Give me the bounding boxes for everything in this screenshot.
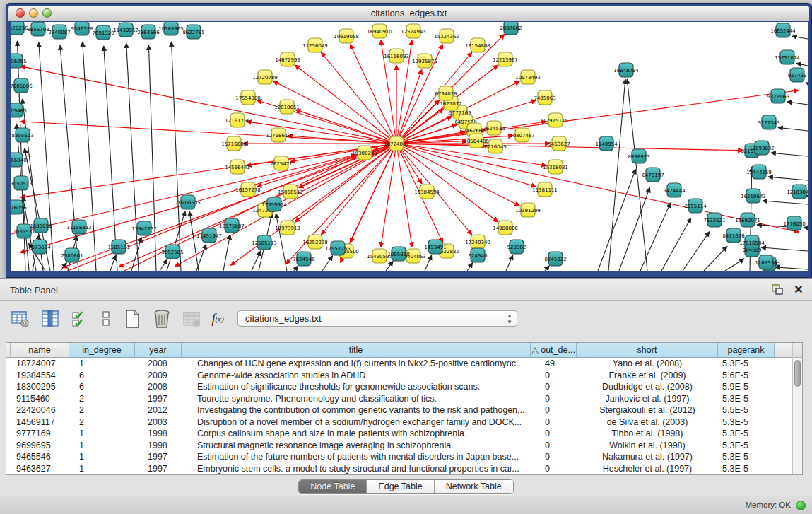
tab-edge-table[interactable]: Edge Table bbox=[367, 480, 434, 493]
graph-node-label: 17359924 bbox=[261, 202, 287, 208]
edge[interactable] bbox=[787, 102, 808, 105]
edge[interactable] bbox=[294, 266, 298, 271]
edge[interactable] bbox=[704, 246, 727, 271]
graph-node-label: 7485063 bbox=[534, 95, 555, 101]
edge[interactable] bbox=[792, 36, 808, 39]
edge[interactable] bbox=[104, 46, 117, 271]
edge[interactable] bbox=[110, 255, 116, 271]
new-table-button[interactable] bbox=[122, 308, 143, 329]
edge[interactable] bbox=[386, 261, 393, 271]
edge[interactable] bbox=[598, 169, 635, 271]
table-row[interactable]: 977716911998Corpus callosum shape and si… bbox=[6, 428, 792, 440]
cell-pagerank: 5.3E-5 bbox=[718, 358, 775, 370]
column-header-name[interactable]: name bbox=[11, 343, 69, 358]
edge[interactable] bbox=[806, 83, 808, 83]
function-builder-button[interactable]: f(x) bbox=[211, 308, 225, 329]
edge[interactable] bbox=[396, 144, 536, 187]
edge[interactable] bbox=[20, 144, 396, 197]
edge[interactable] bbox=[61, 263, 66, 271]
edge[interactable] bbox=[661, 218, 691, 271]
delete-table-button[interactable] bbox=[151, 308, 172, 329]
edge[interactable] bbox=[763, 201, 808, 204]
edge[interactable] bbox=[172, 42, 181, 271]
network-graph[interactable]: 9463627129751157485063109734931221396716… bbox=[11, 22, 808, 271]
graph-node-label: 16940910 bbox=[367, 29, 392, 35]
edge[interactable] bbox=[545, 266, 549, 271]
cell-title: Estimation of significance thresholds fo… bbox=[182, 381, 531, 393]
float-panel-icon[interactable] bbox=[771, 284, 784, 296]
tab-network-table[interactable]: Network Table bbox=[435, 480, 513, 493]
cell-out_de: 0 bbox=[531, 440, 577, 452]
column-header-out_de[interactable]: △ out_de... bbox=[531, 343, 577, 358]
cell-short: Yano et al. (2008) bbox=[577, 358, 718, 370]
column-header-pagerank[interactable]: pagerank bbox=[718, 343, 775, 358]
edge[interactable] bbox=[396, 144, 498, 222]
edge[interactable] bbox=[20, 66, 396, 144]
table-row[interactable]: 969969511998Structural magnetic resonanc… bbox=[6, 440, 792, 452]
window-titlebar[interactable]: citations_edges.txt bbox=[8, 6, 809, 21]
edge[interactable] bbox=[60, 45, 78, 271]
column-header-in_degree[interactable]: in_degree bbox=[69, 343, 135, 358]
graph-node-label: 2106095 bbox=[11, 59, 27, 64]
cell-out_de: 49 bbox=[531, 358, 577, 370]
table-row[interactable]: 911546021997Tourette syndrome. Phenomeno… bbox=[6, 393, 792, 405]
cell-pagerank: 5.6E-5 bbox=[718, 370, 775, 382]
table-selector-dropdown[interactable]: citations_edges.txt ▲▼ bbox=[237, 310, 517, 327]
cell-out_de: 0 bbox=[531, 404, 577, 416]
column-header-year[interactable]: year bbox=[135, 343, 182, 358]
edge[interactable] bbox=[83, 42, 96, 271]
edge[interactable] bbox=[775, 267, 808, 269]
table-row[interactable]: 1938455462009Genome-wide association stu… bbox=[6, 370, 792, 382]
table-row[interactable]: 1830029562008Estimation of significance … bbox=[6, 381, 792, 393]
edge[interactable] bbox=[506, 255, 513, 271]
edge[interactable] bbox=[160, 259, 167, 271]
table-row[interactable]: 946554611997Estimation of the future num… bbox=[6, 451, 792, 463]
table-row[interactable]: 946362711997Embryonic stem cells: a mode… bbox=[6, 463, 792, 475]
edge[interactable] bbox=[467, 263, 473, 271]
edge[interactable] bbox=[196, 244, 206, 271]
tab-node-table[interactable]: Node Table bbox=[299, 480, 367, 493]
edge[interactable] bbox=[778, 127, 808, 131]
fx-label: (x) bbox=[215, 315, 223, 323]
edge[interactable] bbox=[761, 247, 808, 251]
scrollbar-thumb[interactable] bbox=[794, 360, 801, 387]
vertical-scrollbar[interactable] bbox=[792, 343, 802, 474]
edge[interactable] bbox=[619, 187, 649, 271]
graph-node-label: 17016504 bbox=[739, 240, 765, 246]
table-mode-button[interactable] bbox=[10, 308, 31, 329]
cell-title: Embryonic stem cells: a model to study s… bbox=[182, 463, 531, 475]
show-columns-button[interactable] bbox=[40, 308, 61, 329]
graph-node-label: 9852585 bbox=[161, 250, 183, 255]
table-row[interactable]: 1872400712008Changes of HCN gene express… bbox=[6, 358, 792, 370]
table-tabbar: Node TableEdge TableNetwork Table bbox=[0, 478, 812, 496]
edge[interactable] bbox=[640, 203, 671, 271]
graph-node-label: 10973493 bbox=[515, 75, 541, 81]
edge[interactable] bbox=[725, 259, 744, 271]
application-root: citations_edges.txt bbox=[0, 0, 812, 514]
graph-node-label: 1095810 bbox=[387, 252, 409, 257]
table-row[interactable]: 1456911722003Disruption of a novel membe… bbox=[6, 416, 792, 428]
edge[interactable] bbox=[131, 237, 141, 271]
column-header-title[interactable]: title bbox=[182, 343, 531, 358]
select-functions-button[interactable] bbox=[69, 308, 90, 329]
edge[interactable] bbox=[39, 42, 54, 271]
edge[interactable] bbox=[768, 177, 808, 180]
edge[interactable] bbox=[223, 235, 230, 271]
graph-node-label: 12161756 bbox=[225, 118, 250, 124]
close-panel-icon[interactable]: ✕ bbox=[792, 284, 805, 296]
edge[interactable] bbox=[126, 43, 139, 271]
graph-node-label: 11256049 bbox=[302, 43, 328, 49]
graph-node-label: 12103041 bbox=[787, 189, 808, 195]
row-options-button[interactable] bbox=[99, 308, 113, 329]
edge[interactable] bbox=[796, 64, 808, 66]
edge[interactable] bbox=[683, 232, 710, 271]
column-header-short[interactable]: short bbox=[577, 343, 718, 358]
edge[interactable] bbox=[295, 65, 396, 144]
table-row[interactable]: 2242004622012Investigating the contribut… bbox=[6, 404, 792, 416]
cell-title: Disruption of a novel member of a sodium… bbox=[182, 416, 531, 428]
cell-out_de: 0 bbox=[531, 381, 577, 393]
edge[interactable] bbox=[771, 153, 808, 156]
edge[interactable] bbox=[608, 79, 625, 271]
graph-node-label: 8938923 bbox=[628, 154, 649, 160]
edge[interactable] bbox=[322, 256, 333, 271]
